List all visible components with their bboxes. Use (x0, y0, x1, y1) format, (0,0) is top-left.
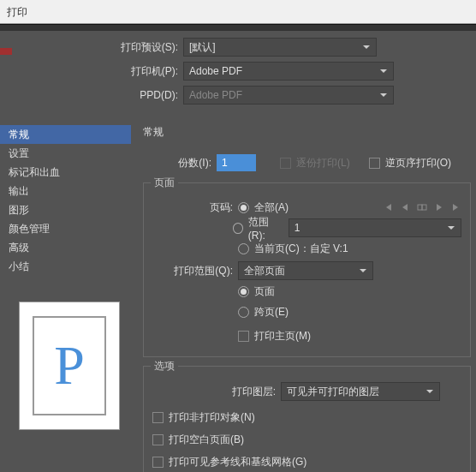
next-page-icon[interactable] (434, 202, 444, 212)
range-label: 范围(R): (248, 215, 283, 242)
chevron-down-icon (379, 90, 388, 102)
sidebar-item-advanced[interactable]: 高级 (0, 238, 131, 257)
preset-value: [默认] (189, 40, 216, 55)
main-panel: 常规 份数(I): 逐份打印(L) 逆页序打印(O) 页面 页码: 全部(A) (131, 125, 476, 472)
pageopt-radio[interactable] (238, 286, 249, 297)
options-group: 选项 打印图层: 可见并可打印的图层 打印非打印对象(N) 打印空白页面(B) … (143, 366, 471, 472)
chevron-down-icon (447, 223, 455, 235)
printer-value: Adobe PDF (189, 65, 242, 77)
layer-value: 可见并可打印的图层 (287, 385, 379, 399)
panel-title: 常规 (143, 125, 476, 140)
ppd-select: Adobe PDF (183, 86, 394, 105)
reverse-label: 逆页序打印(O) (385, 156, 451, 170)
scope-value: 全部页面 (244, 264, 285, 278)
ppd-value: Adobe PDF (189, 89, 242, 101)
link-icon[interactable] (417, 202, 427, 212)
preset-label: 打印预设(S): (0, 40, 183, 55)
page-preview: P (19, 302, 120, 430)
last-page-icon[interactable] (451, 202, 461, 212)
blank-checkbox[interactable] (152, 434, 164, 445)
range-input[interactable]: 1 (289, 218, 461, 237)
reverse-checkbox[interactable] (369, 158, 380, 169)
guides-checkbox[interactable] (152, 457, 164, 468)
nonprint-checkbox[interactable] (152, 412, 164, 423)
pages-title: 页面 (151, 176, 178, 190)
sidebar-item-marks[interactable]: 标记和出血 (0, 163, 131, 182)
printer-label: 打印机(P): (0, 64, 183, 79)
sidebar-item-graphics[interactable]: 图形 (0, 200, 131, 219)
collate-checkbox (280, 158, 291, 169)
chevron-down-icon (362, 42, 371, 54)
page-label: 页码: (152, 200, 238, 215)
printer-select[interactable]: Adobe PDF (183, 62, 394, 81)
prev-page-icon[interactable] (400, 202, 410, 212)
range-radio[interactable] (233, 223, 243, 234)
preset-select[interactable]: [默认] (183, 38, 377, 57)
range-value: 1 (295, 222, 300, 234)
copies-input[interactable] (217, 154, 256, 171)
spread-radio[interactable] (238, 307, 249, 318)
red-accent (0, 48, 12, 55)
master-checkbox[interactable] (238, 331, 249, 342)
blank-label: 打印空白页面(B) (169, 433, 244, 447)
spread-label: 跨页(E) (254, 305, 289, 320)
scope-label: 打印范围(Q): (152, 264, 238, 278)
ppd-label: PPD(D): (0, 89, 183, 101)
sidebar-item-summary[interactable]: 小结 (0, 257, 131, 276)
dialog-title: 打印 (0, 0, 476, 24)
preview-letter: P (54, 334, 85, 397)
sidebar-item-color[interactable]: 颜色管理 (0, 219, 131, 238)
nonprint-label: 打印非打印对象(N) (169, 410, 255, 425)
all-radio[interactable] (238, 202, 249, 213)
sidebar: 常规 设置 标记和出血 输出 图形 颜色管理 高级 小结 P (0, 125, 131, 472)
current-label: 当前页(C)：自定 V:1 (254, 242, 348, 256)
pages-group: 页面 页码: 全部(A) 范围(R): 1 (143, 182, 471, 357)
scope-select[interactable]: 全部页面 (238, 261, 373, 280)
master-label: 打印主页(M) (254, 329, 311, 344)
all-label: 全部(A) (254, 200, 289, 215)
top-form: 打印预设(S): [默认] 打印机(P): Adobe PDF PPD(D): … (0, 31, 476, 118)
copies-label: 份数(I): (167, 156, 217, 170)
chevron-down-icon (425, 386, 434, 398)
pageopt-label: 页面 (254, 284, 275, 299)
guides-label: 打印可见参考线和基线网格(G) (169, 455, 306, 469)
sidebar-item-setup[interactable]: 设置 (0, 144, 131, 163)
current-radio[interactable] (238, 243, 249, 254)
collate-label: 逐份打印(L) (296, 156, 350, 170)
sidebar-item-output[interactable]: 输出 (0, 182, 131, 200)
page-nav (383, 202, 461, 212)
layer-select[interactable]: 可见并可打印的图层 (281, 382, 440, 401)
chevron-down-icon (379, 66, 388, 78)
options-title: 选项 (151, 359, 178, 373)
svg-rect-1 (422, 205, 426, 210)
chevron-down-icon (359, 266, 367, 278)
top-strip (0, 24, 476, 31)
layer-label: 打印图层: (152, 385, 281, 399)
preview-inner: P (33, 316, 106, 415)
sidebar-item-general[interactable]: 常规 (0, 125, 131, 144)
first-page-icon[interactable] (383, 202, 393, 212)
svg-rect-0 (418, 205, 422, 210)
